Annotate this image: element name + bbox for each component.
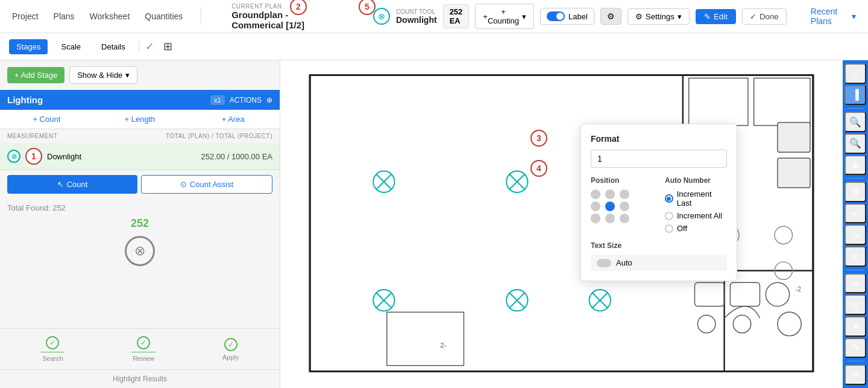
toolbar-divider-2 [847,178,864,179]
radio-label-2: Increment All [677,211,722,220]
done-button[interactable]: ✓ Done [742,8,787,25]
undo-icon[interactable]: ↩ [844,203,866,224]
sidebar: + Add Stage Show & Hide ▾ Lighting x1 AC… [0,60,280,388]
expand-icon[interactable]: ⤢ [844,63,866,84]
radio-increment-all[interactable]: Increment All [665,211,727,220]
nav-project[interactable]: Project [12,11,39,21]
measurement-row[interactable]: ⊗ 1 Downlight 252.00 / 1000.00 EA [0,143,280,170]
radio-inner-1 [667,197,671,201]
search-check: ✓ [46,336,59,349]
edit-label: Edit [714,12,728,21]
edit-icon: ✎ [704,12,711,21]
add-area-button[interactable]: + Area [186,110,280,129]
recent-plans-chevron: ▾ [852,11,856,21]
text-size-toggle[interactable] [597,259,611,267]
text-size-row: Text Size Auto [591,241,727,271]
format-input[interactable] [591,150,727,168]
radio-circle-1 [665,194,673,203]
count-button[interactable]: ↖ Count [7,175,137,194]
pos-mr[interactable] [620,202,629,211]
label-toggle[interactable]: Label [540,8,594,25]
radio-increment-last[interactable]: Increment Last [665,189,727,208]
zoom-fit-icon[interactable]: ⊕ [844,155,866,176]
tab-details[interactable]: Details [94,39,133,54]
total-found: Total Found: 252 [0,199,280,217]
search-line [40,352,64,352]
stage-title: Lighting [7,95,43,105]
format-popup: Format Position [580,124,737,281]
search-review-bar: ✓ Search ✓ Review ✓ Apply [0,328,280,369]
eraser-icon[interactable]: ✎ [844,338,866,358]
pos-tc[interactable] [605,189,615,199]
target-icon[interactable]: ◎ [844,294,866,315]
label-switch[interactable] [547,11,565,21]
current-plan-label: CURRENT PLAN [231,3,337,10]
add-count-button[interactable]: + Count [0,110,93,129]
nav-worksheet[interactable]: Worksheet [90,11,130,21]
pos-ml[interactable] [591,202,600,211]
search-item[interactable]: ✓ Search [40,336,64,362]
item-name: Downlight [47,152,196,161]
map-marker-4: 4 [530,160,547,177]
current-plan-block: CURRENT PLAN Groundplan - Commerical [1/… [219,3,349,30]
add-length-button[interactable]: + Length [93,110,187,129]
review-item[interactable]: ✓ Review [131,336,156,362]
pencil-icon[interactable]: ✏ [844,364,866,385]
auto-number-title: Auto Number [665,176,727,185]
show-hide-button[interactable]: Show & Hide ▾ [69,66,137,84]
pos-bl[interactable] [591,214,600,223]
map-area[interactable]: 2- -2 3 4 Format Position [280,60,843,388]
highlight-results[interactable]: Highlight Results [0,369,280,388]
recent-plans-button[interactable]: Recent Plans ▾ [811,7,856,26]
nav-quantities[interactable]: Quantities [145,11,183,21]
map-marker-3: 3 [530,130,547,147]
zoom-out-icon[interactable]: 🔍 [844,133,866,154]
pen-icon[interactable]: ✏ [844,273,866,294]
pos-tr[interactable] [620,189,629,199]
count-assist-button[interactable]: ⊙ Count Assist [141,175,272,194]
crosshair-icon[interactable]: ⊕ [844,182,866,202]
position-title: Position [591,176,653,185]
pos-br[interactable] [620,214,629,223]
radio-off[interactable]: Off [665,224,727,233]
checkmark-icon[interactable]: ✓ [145,40,154,53]
pos-mc[interactable] [605,202,615,211]
zoom-in-icon[interactable]: 🔍 [844,112,866,132]
auto-number-col: Auto Number Increment Last Increment All [665,176,727,233]
actions-label: ACTIONS [230,96,262,104]
add-stage-button[interactable]: + Add Stage [7,67,64,83]
pos-tl[interactable] [591,189,600,199]
measurement-header: MEASUREMENT TOTAL (PLAN) / TOTAL (PROJEC… [0,129,280,143]
done-label: Done [760,12,779,21]
counting-label: + Counting [488,7,519,25]
text-size-value: Auto [616,258,632,267]
tab-scale[interactable]: Scale [54,39,88,54]
counting-button[interactable]: + + Counting ▾ [475,4,534,29]
review-line [131,352,156,352]
count-tool-icon: ⊗ [373,8,390,25]
tab-divider [139,40,139,52]
text-size-label: Text Size [591,241,727,250]
settings-button[interactable]: ⚙ Settings ▾ [627,8,690,25]
nav-plans[interactable]: Plans [54,11,75,21]
layout-icon[interactable]: ⊞ [163,40,172,53]
count-tool-info: COUNT TOOL Downlight [396,8,437,25]
apply-item[interactable]: ✓ Apply [222,338,239,361]
count-circle-icon: ⊗ [125,236,155,266]
done-icon: ✓ [750,12,756,21]
main-layout: + Add Stage Show & Hide ▾ Lighting x1 AC… [0,60,868,388]
panel-icon[interactable]: ▐ [844,85,866,106]
blueprint-svg: 2- -2 [280,60,843,388]
right-toolbar: ⤢ ▐ 🔍 🔍 ⊕ ⊕ ↩ ↪ ≡ ✏ ◎ ✦ ✎ ✏ [843,60,868,388]
toggle-knob [556,13,564,20]
radio-group: Increment Last Increment All Off [665,189,727,233]
list-icon[interactable]: ≡ [844,246,866,267]
gear-button[interactable]: ⚙ [600,8,621,25]
pos-bc[interactable] [605,214,615,223]
edit-button[interactable]: ✎ Edit [696,9,736,24]
assist-icon: ⊙ [180,180,187,189]
magic-icon[interactable]: ✦ [844,316,866,337]
position-grid [591,189,653,223]
tab-stages[interactable]: Stages [9,39,48,54]
redo-icon[interactable]: ↪ [844,224,866,245]
